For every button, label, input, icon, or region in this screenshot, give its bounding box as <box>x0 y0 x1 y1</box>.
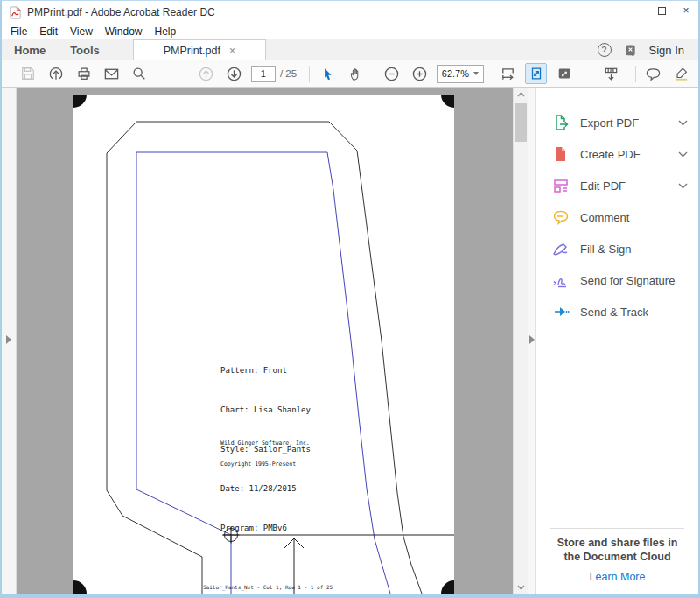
pattern-outline-black <box>329 122 422 594</box>
tab-document[interactable]: PMPrint.pdf × <box>133 39 266 60</box>
fit-width-button[interactable] <box>498 63 520 84</box>
page-count-label: / 25 <box>280 68 297 79</box>
pattern-credit-line: Copyright 1995-Present <box>220 461 310 468</box>
tool-export-pdf[interactable]: Export PDF <box>536 107 698 138</box>
maximize-icon <box>658 7 666 15</box>
chevron-down-icon[interactable] <box>678 120 688 126</box>
navigation-pane-strip <box>2 88 17 594</box>
menu-edit[interactable]: Edit <box>39 25 58 38</box>
chevron-down-icon[interactable] <box>678 183 688 189</box>
create-pdf-icon <box>552 145 570 163</box>
highlighter-icon <box>674 66 690 81</box>
menu-window[interactable]: Window <box>105 25 143 38</box>
main-toolbar: / 25 62.7% <box>2 60 698 88</box>
maximize-button[interactable] <box>649 1 674 20</box>
comment-bubble-icon <box>645 66 662 82</box>
tab-bar: Home Tools PMPrint.pdf × ? Sign In <box>2 39 698 60</box>
tool-send-track[interactable]: Send & Track <box>536 296 698 327</box>
save-icon <box>20 66 36 81</box>
print-button[interactable] <box>73 63 94 84</box>
tab-home[interactable]: Home <box>2 39 58 60</box>
scrolling-mode-icon <box>603 66 620 82</box>
highlighter-button[interactable] <box>670 63 692 84</box>
pattern-tile-footer: Sailor_Pants_Nst - Col 1, Row 1 - 1 of 2… <box>203 584 332 590</box>
edit-pdf-icon <box>552 177 570 194</box>
toolbar-separator <box>164 66 164 82</box>
chevron-down-icon[interactable] <box>678 151 688 158</box>
menu-view[interactable]: View <box>70 25 93 38</box>
pattern-info-line: Chart: Lisa Shanley <box>220 404 311 417</box>
zoom-in-button[interactable] <box>409 63 430 84</box>
select-tool-button[interactable] <box>317 63 339 84</box>
tab-tools[interactable]: Tools <box>58 39 112 60</box>
scrollbar-thumb[interactable] <box>515 103 527 142</box>
zoom-out-button[interactable] <box>381 63 402 84</box>
corner-mark <box>441 95 454 108</box>
comment-button[interactable] <box>643 63 665 84</box>
export-pdf-icon <box>552 114 570 131</box>
toolbar-separator <box>635 66 636 82</box>
pattern-info-line: Pattern: Front <box>220 364 311 377</box>
save-button[interactable] <box>18 63 39 84</box>
scroll-up-button[interactable] <box>514 88 528 101</box>
fit-page-button[interactable] <box>525 63 547 84</box>
acrobat-window: PMPrint.pdf - Adobe Acrobat Reader DC × … <box>0 0 700 598</box>
select-tool-icon <box>320 67 335 81</box>
minimize-icon <box>633 11 641 11</box>
send-track-icon <box>552 303 570 320</box>
search-button[interactable] <box>129 63 150 84</box>
zoom-level-dropdown[interactable]: 62.7% <box>437 65 484 83</box>
sign-in-button[interactable]: Sign In <box>649 44 684 57</box>
window-controls: × <box>625 1 698 24</box>
document-view: Pattern: Front Chart: Lisa Shanley Style… <box>17 88 513 594</box>
upload-cloud-button[interactable] <box>46 63 67 84</box>
zoom-out-icon <box>383 66 400 82</box>
tool-edit-pdf[interactable]: Edit PDF <box>536 170 698 201</box>
next-page-button[interactable] <box>223 63 245 84</box>
pattern-credit-block: Wild Ginger Software, Inc. Copyright 199… <box>220 426 310 482</box>
tool-create-pdf[interactable]: Create PDF <box>536 138 698 170</box>
vertical-scrollbar[interactable] <box>513 88 528 594</box>
document-cloud-promo: Store and share files in the Document Cl… <box>536 536 698 564</box>
hand-tool-icon <box>348 67 363 81</box>
hand-tool-button[interactable] <box>345 63 367 84</box>
tool-comment[interactable]: Comment <box>536 201 698 233</box>
menu-help[interactable]: Help <box>155 25 177 38</box>
previous-page-button[interactable] <box>195 63 217 84</box>
tool-label: Comment <box>580 211 629 224</box>
corner-mark <box>74 580 87 594</box>
close-button[interactable]: × <box>674 1 698 20</box>
fullscreen-button[interactable] <box>553 63 575 84</box>
tools-pane-strip <box>528 88 536 594</box>
tool-fill-sign[interactable]: Fill & Sign <box>536 233 698 264</box>
fullscreen-icon <box>556 66 572 81</box>
zoom-in-icon <box>411 66 428 82</box>
toolbar-separator <box>309 66 310 82</box>
scroll-down-button[interactable] <box>514 580 528 594</box>
chevron-down-icon <box>473 72 479 75</box>
tab-document-label: PMPrint.pdf <box>164 45 220 57</box>
tools-pane-toggle-icon[interactable] <box>529 335 535 344</box>
pattern-info-line: Program: PMBv6 <box>220 522 311 535</box>
learn-more-link[interactable]: Learn More <box>536 571 698 583</box>
tool-label: Send for Signature <box>580 274 675 287</box>
tool-send-for-signature[interactable]: Send for Signature <box>536 264 698 296</box>
tool-label: Fill & Sign <box>580 243 632 256</box>
email-button[interactable] <box>101 63 122 84</box>
panel-divider <box>550 528 684 529</box>
search-icon <box>131 66 147 81</box>
page-number-input[interactable] <box>251 66 276 82</box>
tool-label: Send & Track <box>580 306 648 319</box>
email-icon <box>103 66 120 82</box>
scrolling-mode-button[interactable] <box>600 63 622 84</box>
pattern-credit-line: Wild Ginger Software, Inc. <box>220 440 310 447</box>
menu-bar: File Edit View Window Help <box>2 24 698 39</box>
tab-close-icon[interactable]: × <box>229 45 235 57</box>
minimize-button[interactable] <box>625 1 649 20</box>
navigation-pane-toggle-icon[interactable] <box>6 335 11 344</box>
help-icon[interactable]: ? <box>598 43 612 57</box>
fit-page-icon <box>528 66 544 81</box>
notifications-icon[interactable] <box>624 44 637 57</box>
comment-icon <box>552 208 570 226</box>
menu-file[interactable]: File <box>10 25 27 38</box>
